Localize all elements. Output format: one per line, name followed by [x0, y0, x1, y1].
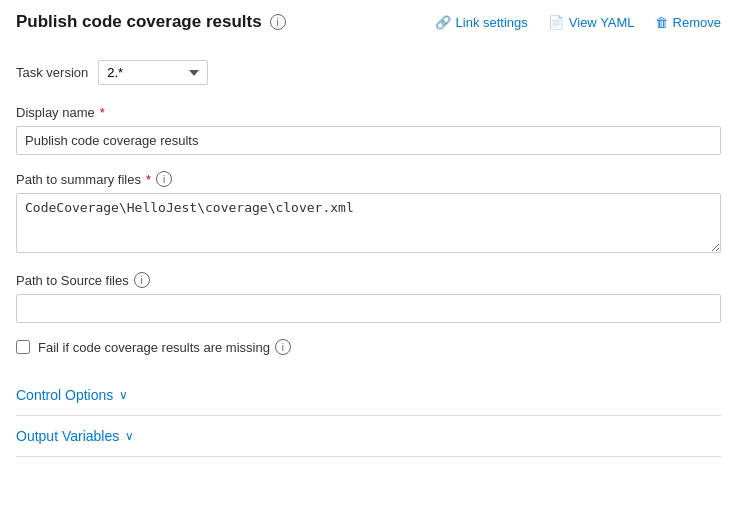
page-title: Publish code coverage results: [16, 12, 262, 32]
task-version-row: Task version 2.*: [16, 60, 721, 85]
control-options-section: Control Options ∨: [16, 375, 721, 416]
control-options-header[interactable]: Control Options ∨: [16, 387, 721, 403]
link-settings-label: Link settings: [456, 15, 528, 30]
output-variables-chevron: ∨: [125, 429, 134, 443]
path-source-field: Path to Source files i: [16, 272, 721, 323]
remove-button[interactable]: 🗑 Remove: [655, 15, 721, 30]
remove-label: Remove: [673, 15, 721, 30]
fail-checkbox-info-icon[interactable]: i: [275, 339, 291, 355]
path-summary-info-icon[interactable]: i: [156, 171, 172, 187]
output-variables-section: Output Variables ∨: [16, 416, 721, 457]
display-name-field: Display name *: [16, 105, 721, 155]
view-yaml-label: View YAML: [569, 15, 635, 30]
path-source-input[interactable]: [16, 294, 721, 323]
task-version-select[interactable]: 2.*: [98, 60, 208, 85]
title-info-icon[interactable]: i: [270, 14, 286, 30]
fail-checkbox-label: Fail if code coverage results are missin…: [38, 339, 291, 355]
yaml-icon: 📄: [548, 15, 564, 30]
fail-checkbox-row: Fail if code coverage results are missin…: [16, 339, 721, 355]
task-version-label: Task version: [16, 65, 88, 80]
output-variables-header[interactable]: Output Variables ∨: [16, 428, 721, 444]
view-yaml-button[interactable]: 📄 View YAML: [548, 15, 635, 30]
path-summary-input[interactable]: [16, 193, 721, 253]
link-settings-button[interactable]: 🔗 Link settings: [435, 15, 528, 30]
path-source-label: Path to Source files i: [16, 272, 721, 288]
display-name-label: Display name *: [16, 105, 721, 120]
header-actions: 🔗 Link settings 📄 View YAML 🗑 Remove: [435, 15, 721, 30]
header-left: Publish code coverage results i: [16, 12, 286, 32]
path-summary-required: *: [146, 172, 151, 187]
link-icon: 🔗: [435, 15, 451, 30]
path-summary-label: Path to summary files * i: [16, 171, 721, 187]
path-source-info-icon[interactable]: i: [134, 272, 150, 288]
path-summary-field: Path to summary files * i: [16, 171, 721, 256]
fail-checkbox[interactable]: [16, 340, 30, 354]
control-options-label: Control Options: [16, 387, 113, 403]
panel-header: Publish code coverage results i 🔗 Link s…: [16, 12, 721, 42]
remove-icon: 🗑: [655, 15, 668, 30]
display-name-required: *: [100, 105, 105, 120]
display-name-input[interactable]: [16, 126, 721, 155]
output-variables-label: Output Variables: [16, 428, 119, 444]
control-options-chevron: ∨: [119, 388, 128, 402]
